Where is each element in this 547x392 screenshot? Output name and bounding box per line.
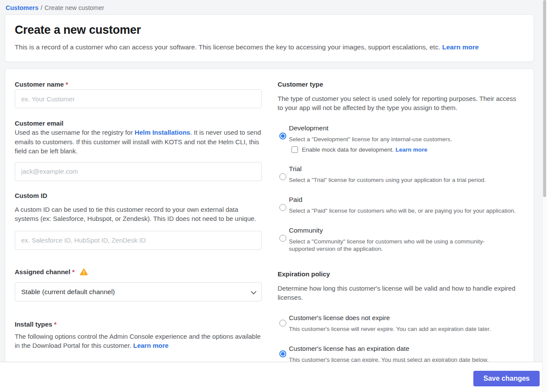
save-bar: Save changes xyxy=(0,362,547,392)
trial-label: Trial xyxy=(289,165,486,173)
scrollbar-thumb[interactable] xyxy=(543,0,546,197)
mock-data-learn-more-link[interactable]: Learn more xyxy=(395,146,427,153)
expiration-option-has-date: Customer's license has an expiration dat… xyxy=(278,344,520,363)
no-expire-description: This customer's license will never expir… xyxy=(289,325,491,333)
install-types-label: Install types* xyxy=(15,321,262,328)
customer-form-card: Customer name* Customer email Used as th… xyxy=(5,68,534,368)
customer-type-heading: Customer type xyxy=(278,81,520,88)
radio-community[interactable] xyxy=(279,235,286,242)
breadcrumb-separator: / xyxy=(41,4,42,11)
page-description-text: This is a record of a customer who can a… xyxy=(15,43,440,51)
custom-id-input[interactable] xyxy=(15,231,262,250)
community-description: Select a "Community" license for custome… xyxy=(289,238,508,253)
custom-id-label: Custom ID xyxy=(15,192,262,199)
assigned-channel-required-asterisk: * xyxy=(72,268,74,275)
has-expiration-label: Customer's license has an expiration dat… xyxy=(289,344,489,353)
install-types-help: The following options control the Admin … xyxy=(15,332,262,350)
radio-development[interactable] xyxy=(279,133,286,139)
save-changes-button[interactable]: Save changes xyxy=(473,371,540,386)
customer-type-option-community: Community Select a "Community" license f… xyxy=(278,226,520,253)
breadcrumb: Customers/Create new customer xyxy=(0,0,547,14)
trial-description: Select a "Trial" license for customers u… xyxy=(289,176,486,184)
page-description: This is a record of a customer who can a… xyxy=(15,43,521,51)
customer-email-help: Used as the username for the registry fo… xyxy=(15,128,262,156)
development-description: Select a "Development" license for any i… xyxy=(289,136,452,143)
header-card: Create a new customer This is a record o… xyxy=(5,14,534,62)
page-scrollbar[interactable] xyxy=(542,0,547,392)
assigned-channel-label: Assigned channel* xyxy=(15,268,262,277)
customer-name-input[interactable] xyxy=(15,89,262,108)
no-expire-label: Customer's license does not expire xyxy=(289,314,491,322)
customer-type-option-development: Development Select a "Development" licen… xyxy=(278,124,520,153)
assigned-channel-select[interactable]: Stable (current default channel) xyxy=(15,282,262,301)
mock-data-label: Enable mock data for development. Learn … xyxy=(302,146,427,153)
page-title: Create a new customer xyxy=(15,23,521,37)
radio-paid[interactable] xyxy=(279,204,286,211)
customer-type-description: The type of customer you select is used … xyxy=(278,94,520,112)
install-types-label-text: Install types xyxy=(15,321,52,328)
customer-type-option-paid: Paid Select a "Paid" license for custome… xyxy=(278,195,520,214)
custom-id-help: A custom ID can be used to tie this cust… xyxy=(15,205,262,224)
install-types-required-asterisk: * xyxy=(54,321,57,328)
expiration-policy-description: Determine how long this customer's licen… xyxy=(278,284,520,302)
customer-name-label-text: Customer name xyxy=(15,81,64,88)
assigned-channel-label-text: Assigned channel xyxy=(15,268,70,275)
customer-email-input[interactable] xyxy=(15,162,262,181)
customer-email-label: Customer email xyxy=(15,120,262,127)
breadcrumb-customers-link[interactable]: Customers xyxy=(6,4,39,11)
header-learn-more-link[interactable]: Learn more xyxy=(442,43,479,51)
form-right-column: Customer type The type of customer you s… xyxy=(278,81,520,363)
warning-icon xyxy=(80,268,88,277)
expiration-policy-heading: Expiration policy xyxy=(278,270,520,278)
radio-trial[interactable] xyxy=(279,173,286,180)
install-types-learn-more-link[interactable]: Learn more xyxy=(133,342,168,349)
page: Customers/Create new customer Create a n… xyxy=(0,0,547,392)
helm-installations-link[interactable]: Helm Installations xyxy=(135,129,190,136)
development-label: Development xyxy=(289,124,452,133)
radio-license-no-expire[interactable] xyxy=(279,320,286,327)
mock-data-label-text: Enable mock data for development. xyxy=(302,146,395,153)
radio-license-has-expiration[interactable] xyxy=(279,350,286,357)
expiration-option-no-expire: Customer's license does not expire This … xyxy=(278,314,520,333)
customer-name-label: Customer name* xyxy=(15,81,262,88)
paid-description: Select a "Paid" license for customers wh… xyxy=(289,207,516,214)
form-left-column: Customer name* Customer email Used as th… xyxy=(15,81,262,363)
paid-label: Paid xyxy=(289,195,516,204)
mock-data-checkbox[interactable] xyxy=(291,146,298,153)
customer-email-help-start: Used as the username for the registry fo… xyxy=(15,129,135,136)
customer-name-required-asterisk: * xyxy=(65,81,68,88)
mock-data-row: Enable mock data for development. Learn … xyxy=(291,146,452,153)
customer-type-option-trial: Trial Select a "Trial" license for custo… xyxy=(278,165,520,184)
community-label: Community xyxy=(289,226,508,235)
breadcrumb-current: Create new customer xyxy=(45,4,104,11)
